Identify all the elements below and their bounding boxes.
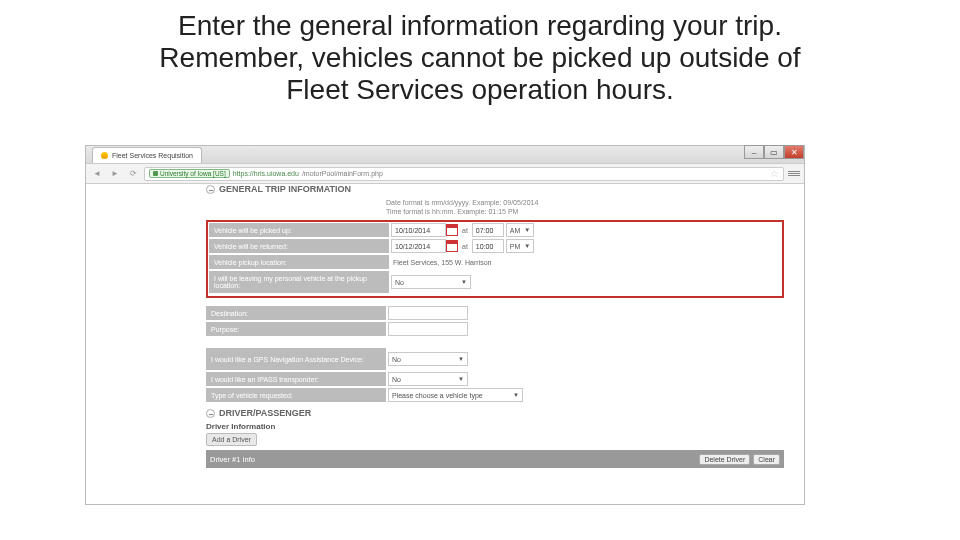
secure-label: University of Iowa [US]	[160, 170, 226, 177]
forward-button[interactable]: ►	[108, 167, 122, 181]
ipass-label: I would like an IPASS transponder:	[206, 372, 386, 386]
lock-icon	[153, 171, 158, 176]
hint-date: Date format is mm/dd/yyyy. Example: 09/0…	[386, 198, 784, 207]
gps-label: I would like a GPS Navigation Assistance…	[206, 348, 386, 370]
at-label: at	[460, 243, 470, 250]
url-path: /motorPool/mainForm.php	[302, 170, 383, 177]
driver-info-bar: Driver #1 Info Delete Driver Clear	[206, 450, 784, 468]
purpose-label: Purpose:	[206, 322, 386, 336]
page-content: GENERAL TRIP INFORMATION Date format is …	[86, 184, 804, 504]
leaving-row: I will be leaving my personal vehicle at…	[209, 271, 781, 293]
collapse-icon[interactable]	[206, 409, 215, 418]
add-driver-button[interactable]: Add a Driver	[206, 433, 257, 446]
form-area: GENERAL TRIP INFORMATION Date format is …	[206, 184, 784, 468]
window-controls: – ▭ ✕	[744, 145, 804, 159]
ipass-select[interactable]: No▼	[388, 372, 468, 386]
return-row: Vehicle will be returned: 10/12/2014 at …	[209, 239, 781, 253]
driver-bar-title: Driver #1 Info	[210, 455, 255, 464]
return-time-input[interactable]: 10:00	[472, 239, 504, 253]
calendar-icon[interactable]	[446, 224, 458, 236]
tab-bar: Fleet Services Requisition – ▭ ✕	[86, 146, 804, 164]
pickup-ampm-select[interactable]: AM▼	[506, 223, 534, 237]
at-label: at	[460, 227, 470, 234]
vehicle-type-select[interactable]: Please choose a vehicle type▼	[388, 388, 523, 402]
location-row: Vehicle pickup location: Fleet Services,…	[209, 255, 781, 269]
tab-title: Fleet Services Requisition	[112, 152, 193, 159]
driver-info-label: Driver Information	[206, 422, 784, 431]
back-button[interactable]: ◄	[90, 167, 104, 181]
minimize-button[interactable]: –	[744, 145, 764, 159]
section-driver: DRIVER/PASSENGER	[206, 408, 784, 418]
browser-window: Fleet Services Requisition – ▭ ✕ ◄ ► ⟳ U…	[85, 145, 805, 505]
slide-title: Enter the general information regarding …	[0, 0, 960, 113]
location-value: Fleet Services, 155 W. Harrison	[391, 259, 491, 266]
leaving-label: I will be leaving my personal vehicle at…	[209, 271, 389, 293]
destination-input[interactable]	[388, 306, 468, 320]
url-host: https://hris.uiowa.edu	[233, 170, 299, 177]
bookmark-icon[interactable]: ☆	[770, 168, 779, 179]
driver-section-title: DRIVER/PASSENGER	[219, 408, 311, 418]
close-button[interactable]: ✕	[784, 145, 804, 159]
nav-bar: ◄ ► ⟳ University of Iowa [US] https://hr…	[86, 164, 804, 184]
slide-title-line3: Fleet Services operation hours.	[286, 74, 674, 105]
return-ampm-select[interactable]: PM▼	[506, 239, 534, 253]
hint-time: Time format is hh:mm. Example: 01:15 PM	[386, 207, 784, 216]
location-label: Vehicle pickup location:	[209, 255, 389, 269]
purpose-row: Purpose:	[206, 322, 784, 336]
destination-row: Destination:	[206, 306, 784, 320]
favicon-icon	[101, 152, 108, 159]
clear-button[interactable]: Clear	[753, 454, 780, 465]
slide-title-line2: Remember, vehicles cannot be picked up o…	[159, 42, 800, 73]
delete-driver-button[interactable]: Delete Driver	[699, 454, 750, 465]
section-title-text: GENERAL TRIP INFORMATION	[219, 184, 351, 194]
pickup-time-input[interactable]: 07:00	[472, 223, 504, 237]
purpose-input[interactable]	[388, 322, 468, 336]
return-label: Vehicle will be returned:	[209, 239, 389, 253]
pickup-date-input[interactable]: 10/10/2014	[391, 223, 446, 237]
collapse-icon[interactable]	[206, 185, 215, 194]
secure-badge: University of Iowa [US]	[149, 169, 230, 178]
ipass-row: I would like an IPASS transponder: No▼	[206, 372, 784, 386]
gps-select[interactable]: No▼	[388, 352, 468, 366]
maximize-button[interactable]: ▭	[764, 145, 784, 159]
section-general-trip: GENERAL TRIP INFORMATION	[206, 184, 784, 194]
trip-time-highlight: Vehicle will be picked up: 10/10/2014 at…	[206, 220, 784, 298]
slide-title-line1: Enter the general information regarding …	[178, 10, 782, 41]
pickup-row: Vehicle will be picked up: 10/10/2014 at…	[209, 223, 781, 237]
address-bar[interactable]: University of Iowa [US] https://hris.uio…	[144, 167, 784, 181]
reload-button[interactable]: ⟳	[126, 167, 140, 181]
browser-tab[interactable]: Fleet Services Requisition	[92, 147, 202, 163]
destination-label: Destination:	[206, 306, 386, 320]
return-date-input[interactable]: 10/12/2014	[391, 239, 446, 253]
vehicle-type-label: Type of vehicle requested:	[206, 388, 386, 402]
vehicle-type-row: Type of vehicle requested: Please choose…	[206, 388, 784, 402]
leaving-select[interactable]: No▼	[391, 275, 471, 289]
pickup-label: Vehicle will be picked up:	[209, 223, 389, 237]
menu-icon[interactable]	[788, 168, 800, 180]
calendar-icon[interactable]	[446, 240, 458, 252]
format-hints: Date format is mm/dd/yyyy. Example: 09/0…	[386, 198, 784, 216]
gps-row: I would like a GPS Navigation Assistance…	[206, 348, 784, 370]
